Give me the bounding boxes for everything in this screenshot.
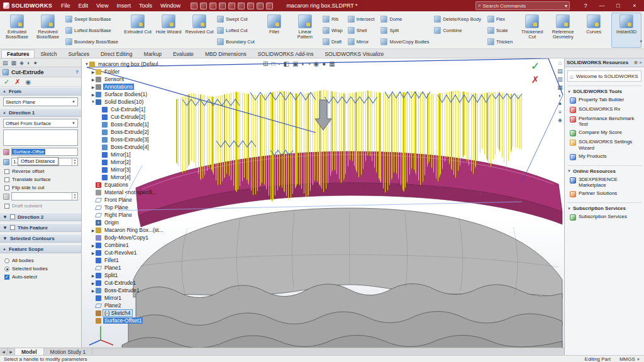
resources-link-partner-solutions[interactable]: Partner Solutions [565,189,644,199]
welcome-link[interactable]: ⌂ Welcome to SOLIDWORKS [567,70,641,82]
section-thin-feature[interactable]: ▼Thin Feature [0,223,81,232]
tab-surfaces[interactable]: Surfaces [62,50,95,58]
rebuild-icon[interactable] [247,3,254,9]
expand-closed-icon[interactable]: ▶ [91,92,96,97]
bottom-tab-motion-study-1[interactable]: Motion Study 1 [44,348,93,355]
tree-item-split1[interactable]: ▶Split1 [83,272,185,279]
tree-item-sketch4[interactable]: (-) Sketch4 [83,309,185,317]
save-icon[interactable] [209,3,216,9]
open-icon[interactable] [200,3,207,9]
options-icon[interactable] [257,3,264,9]
tab-scroll-icon[interactable]: ◀ [0,348,8,355]
ok-button[interactable]: ✓ [4,78,9,86]
tree-item-folder[interactable]: ▶Folder [83,68,185,75]
resources-link-compare-my-score[interactable]: Compare My Score [565,128,644,138]
ribbon-button-swept-cut[interactable]: Swept Cut [215,13,257,25]
ribbon-button-rib[interactable]: Rib [321,13,345,25]
dimxpert-manager-tab-icon[interactable]: ◐ [27,60,30,66]
ribbon-button-dome[interactable]: Dome [379,13,431,25]
tab-solidworks-visualize[interactable]: SOLIDWORKS Visualize [319,50,389,58]
zoom-fit-icon[interactable]: ⊞ [263,61,268,67]
expand-closed-icon[interactable]: ▶ [91,228,96,233]
maximize-icon[interactable]: □ [610,0,626,11]
confirm-cancel-icon[interactable]: ✗ [531,74,540,85]
cancel-button[interactable]: ✗ [14,78,20,86]
ribbon-button-mirror[interactable]: Mirror [346,36,377,47]
preview-eye-icon[interactable]: ◉ [25,79,31,85]
tree-item-plane1[interactable]: Plane1 [83,264,185,272]
custom-properties-icon[interactable]: ≡ [558,109,562,115]
redo-icon[interactable] [238,3,245,9]
resources-section-solidworks-tools[interactable]: ▼SOLIDWORKS Tools [567,85,641,94]
tab-solidworks-add-ins[interactable]: SOLIDWORKS Add-Ins [252,50,319,58]
section-direction-2[interactable]: ▼Direction 2 [0,212,81,221]
tree-item-cut-extrude-1[interactable]: Cut-Extrude[1] [83,106,185,113]
scene-icon[interactable]: ● [558,101,562,107]
expand-closed-icon[interactable]: ▶ [91,251,96,255]
ribbon-button-hole-wizard[interactable]: Hole Wizard [153,13,184,48]
checkbox-icon[interactable] [10,225,15,230]
ribbon-button-swept-boss-base[interactable]: Swept Boss/Base [64,13,120,25]
option-draft-outward[interactable]: Draft outward [3,203,78,209]
expand-closed-icon[interactable]: ▶ [91,77,96,82]
ribbon-button-wrap[interactable]: Wrap [321,25,345,36]
help-icon[interactable]: ? [75,69,79,75]
menu-insert[interactable]: Insert [113,1,135,10]
resources-link-property-tab-builder[interactable]: Property Tab Builder [565,96,644,105]
resources-link-solidworks-settings-wizard[interactable]: SOLIDWORKS Settings Wizard [565,138,644,151]
tab-features[interactable]: Features [1,50,35,58]
section-direction1[interactable]: ▲ Direction 1 [0,108,81,117]
tree-item-surface-offset1[interactable]: Surface-Offset1 [83,317,185,324]
confirm-ok-icon[interactable]: ✓ [531,60,540,73]
bottom-tab-model[interactable]: Model [15,348,44,355]
resources-section-subscription-services[interactable]: ▼Subscription Services [567,202,641,211]
resources-link-subscription-services[interactable]: Subscription Services [565,212,644,222]
section-selected-contours[interactable]: ▼Selected Contours [0,234,81,243]
feature-manager-tab-icon[interactable]: ▤ [3,60,8,66]
tree-item-equations[interactable]: ΣEquations [83,181,185,189]
ribbon-button-thicken[interactable]: Thicken [486,36,514,47]
tab-scroll-icon[interactable]: ▶ [8,348,15,355]
tab-evaluate[interactable]: Evaluate [167,50,199,58]
new-icon[interactable] [191,3,197,9]
ribbon-button-move-copy-bodies[interactable]: Move/Copy Bodies [379,36,431,47]
ribbon-button-fillet[interactable]: Fillet [259,13,289,48]
resources-link-performance-benchmark-test[interactable]: Performance Benchmark Test [565,114,644,128]
tree-item-origin[interactable]: +Origin [83,219,185,226]
tree-item-mirror-3[interactable]: Mirror[3] [83,166,185,173]
file-explorer-icon[interactable]: ▥ [557,77,563,82]
draft-angle-input[interactable]: ▲▼ [11,192,78,200]
ribbon-button-revolved-cut[interactable]: Revolved Cut [184,13,214,48]
spinner-arrows-icon[interactable]: ▲▼ [72,158,77,165]
configuration-manager-tab-icon[interactable]: ◈ [19,60,24,66]
ribbon-button-extruded-cut[interactable]: Extruded Cut [123,13,153,48]
expand-closed-icon[interactable]: ▶ [91,243,96,248]
section-view-icon[interactable]: ◧ [283,61,289,67]
edit-appearance-icon[interactable]: ● [322,61,326,67]
tree-item-plane2[interactable]: Plane2 [83,302,185,309]
tree-item-fillet1[interactable]: Fillet1 [83,256,185,264]
tree-item-mirror-2[interactable]: Mirror[2] [83,158,185,166]
search-caret-icon[interactable]: ▾ [565,3,567,9]
help-icon[interactable]: ? [577,0,594,11]
hide-show-items-icon[interactable]: ◉ [313,61,319,67]
ribbon-button-shell[interactable]: Shell [346,25,377,36]
color-swatch-icon[interactable] [266,3,273,9]
ribbon-button-delete-keep-body[interactable]: Delete/Keep Body [432,13,482,25]
view-settings-icon[interactable]: ▦ [329,61,335,67]
offset-surface-selection[interactable]: Surface-Offse [11,148,78,156]
ribbon-collapse-icon[interactable]: ▾ [640,39,642,44]
expand-open-icon[interactable]: ▼ [91,100,96,104]
ribbon-button-lofted-cut[interactable]: Lofted Cut [215,25,257,36]
from-plane-dropdown[interactable]: Sketch Plane ▼ [3,97,78,106]
tree-item-mirror1[interactable]: Mirror1 [83,294,185,302]
tab-mbd-dimensions[interactable]: MBD Dimensions [199,50,252,58]
expand-open-icon[interactable]: ▼ [84,62,89,66]
pin-icon[interactable]: ⊕ [633,60,639,65]
tree-item-annotations[interactable]: ▶Annotations [83,83,185,90]
menu-window[interactable]: Window [157,1,184,10]
print-icon[interactable] [219,3,226,9]
tree-item-cut-extrude1[interactable]: ▶Cut-Extrude1 [83,279,185,287]
section-feature-scope[interactable]: ▲ Feature Scope [0,244,81,253]
display-style-icon[interactable]: ◐ [301,61,305,67]
